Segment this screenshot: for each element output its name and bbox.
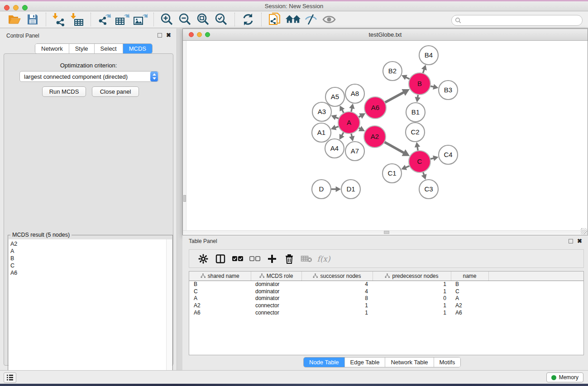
graph-node-A[interactable]: A: [338, 112, 360, 133]
svg-text:A1: A1: [317, 129, 325, 136]
graph-node-B4[interactable]: B4: [419, 46, 438, 65]
zoom-out-icon[interactable]: [177, 12, 193, 27]
column-header-successor-nodes[interactable]: successor nodes: [301, 272, 373, 281]
graph-node-A2[interactable]: A2: [364, 126, 386, 148]
table-cell: connector: [251, 309, 301, 316]
delete-table-icon[interactable]: [300, 252, 313, 266]
tab-select[interactable]: Select: [95, 44, 123, 53]
column-header-shared-name[interactable]: shared name: [189, 272, 251, 281]
tab-edge-table[interactable]: Edge Table: [345, 357, 386, 367]
memory-label: Memory: [559, 374, 578, 381]
graph-node-D1[interactable]: D1: [341, 180, 360, 199]
column-header-mcds-role[interactable]: MCDS role: [251, 272, 301, 281]
graph-node-B3[interactable]: B3: [439, 81, 458, 100]
tab-network-table[interactable]: Network Table: [385, 357, 434, 367]
table-row[interactable]: A2connector11A2: [189, 302, 583, 309]
table-settings-gear-icon[interactable]: [196, 252, 210, 266]
export-table-icon[interactable]: [115, 12, 130, 27]
graph-node-A3[interactable]: A3: [312, 102, 331, 121]
mcds-result-item[interactable]: C: [10, 262, 167, 269]
show-eye-icon[interactable]: [321, 12, 337, 27]
zoom-selected-icon[interactable]: [214, 12, 229, 27]
maximize-window-button[interactable]: [22, 5, 28, 10]
network-canvas[interactable]: B4B2BB3A8A5A6A3B1AC2A1A2A4A7C4CC1C3DD1: [183, 41, 588, 231]
export-network-icon[interactable]: [96, 12, 112, 27]
graph-node-C3[interactable]: C3: [419, 180, 438, 199]
graph-node-C[interactable]: C: [409, 151, 430, 172]
result-scrollbar[interactable]: [166, 239, 172, 386]
select-all-icon[interactable]: [231, 252, 244, 266]
graph-node-C1[interactable]: C1: [382, 164, 402, 183]
import-table-icon[interactable]: [70, 12, 85, 27]
hide-eye-icon[interactable]: [303, 12, 319, 27]
import-network-icon[interactable]: [52, 12, 67, 27]
zoom-fit-icon[interactable]: [196, 12, 211, 27]
network-window-titlebar[interactable]: testGlobe.txt: [183, 29, 588, 41]
svg-text:C: C: [417, 157, 422, 165]
mcds-result-item[interactable]: B: [10, 255, 167, 262]
criterion-dropdown[interactable]: largest connected component (directed): [19, 71, 159, 82]
delete-column-icon[interactable]: [282, 252, 296, 266]
tab-style[interactable]: Style: [69, 44, 95, 53]
table-row[interactable]: A6connector11A6: [189, 309, 583, 316]
graph-node-A1[interactable]: A1: [312, 123, 331, 142]
column-header-predecessor-nodes[interactable]: predecessor nodes: [373, 272, 451, 281]
network-window-title: testGlobe.txt: [183, 29, 588, 41]
mcds-result-item[interactable]: A: [10, 248, 167, 255]
control-panel-title: Control Panel: [6, 33, 39, 39]
network-maximize-button[interactable]: [205, 32, 210, 37]
graph-node-A8[interactable]: A8: [345, 84, 364, 103]
zoom-in-icon[interactable]: [159, 12, 175, 27]
graph-node-C4[interactable]: C4: [439, 145, 458, 164]
table-row[interactable]: Adominator80A: [189, 295, 583, 302]
close-panel-icon[interactable]: ✖: [577, 239, 582, 243]
tab-motifs[interactable]: Motifs: [434, 357, 461, 367]
svg-text:A8: A8: [351, 90, 359, 97]
desktop-background-bottom: [0, 384, 588, 386]
network-minimize-button[interactable]: [197, 32, 202, 37]
close-panel-button[interactable]: Close panel: [92, 86, 139, 97]
show-columns-icon[interactable]: [214, 252, 227, 266]
network-vertical-scrollbar[interactable]: [183, 41, 186, 231]
open-session-icon[interactable]: [7, 12, 22, 27]
search-field[interactable]: [451, 15, 583, 26]
tab-mcds[interactable]: MCDS: [123, 44, 152, 53]
window-resize-grip[interactable]: [581, 228, 587, 234]
graph-node-B2[interactable]: B2: [383, 62, 402, 81]
save-session-icon[interactable]: [25, 12, 40, 27]
close-window-button[interactable]: [4, 5, 10, 10]
task-history-button[interactable]: [4, 372, 16, 383]
mcds-result-item[interactable]: A2: [10, 240, 167, 248]
network-from-file-icon[interactable]: [267, 12, 282, 27]
graph-node-B[interactable]: B: [409, 73, 430, 95]
graph-node-C2[interactable]: C2: [406, 123, 425, 142]
graph-node-A4[interactable]: A4: [325, 139, 344, 158]
float-panel-icon[interactable]: [569, 239, 573, 243]
search-input[interactable]: [461, 17, 574, 24]
graph-node-A7[interactable]: A7: [345, 142, 364, 161]
table-row[interactable]: Bdominator41B: [189, 281, 583, 288]
graph-node-D[interactable]: D: [312, 180, 331, 199]
graph-node-A6[interactable]: A6: [364, 97, 386, 119]
home-view-icon[interactable]: [285, 12, 301, 27]
table-cell: connector: [251, 302, 301, 309]
memory-button[interactable]: Memory: [546, 372, 583, 382]
graph-node-A5[interactable]: A5: [325, 87, 344, 106]
close-panel-icon[interactable]: ✖: [166, 33, 171, 38]
tab-node-table[interactable]: Node Table: [304, 357, 345, 367]
refresh-view-icon[interactable]: [240, 12, 256, 27]
function-builder-icon[interactable]: f(x): [317, 252, 330, 266]
graph-node-B1[interactable]: B1: [406, 103, 425, 122]
mcds-result-item[interactable]: A6: [10, 269, 167, 276]
tab-network[interactable]: Network: [35, 44, 69, 53]
deselect-all-icon[interactable]: [248, 252, 262, 266]
network-close-button[interactable]: [189, 32, 194, 37]
run-mcds-button[interactable]: Run MCDS: [42, 86, 86, 97]
minimize-window-button[interactable]: [13, 5, 19, 10]
float-panel-icon[interactable]: [158, 33, 162, 38]
export-image-icon[interactable]: [133, 12, 148, 27]
table-row[interactable]: Cdominator41C: [189, 288, 583, 295]
network-horizontal-scrollbar[interactable]: [183, 230, 588, 234]
column-header-name[interactable]: name: [451, 272, 488, 281]
add-column-icon[interactable]: [265, 252, 279, 266]
